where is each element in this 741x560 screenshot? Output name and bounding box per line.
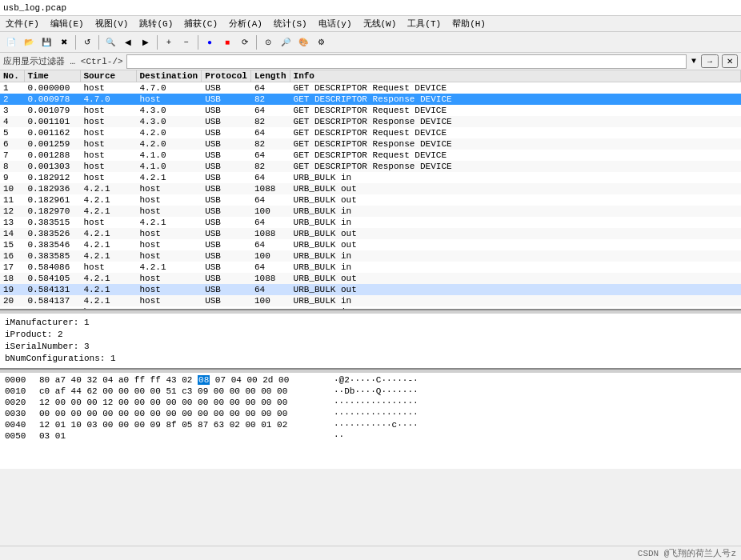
hex-offset: 0030 bbox=[5, 408, 33, 419]
table-row[interactable]: 170.584086host4.2.1USB64URB_BULK in bbox=[0, 262, 741, 273]
hex-ascii: ···········c···· bbox=[334, 419, 419, 430]
filter-label: 应用显示过滤器 … <Ctrl-/> bbox=[3, 55, 123, 67]
status-bar: CSDN @飞翔的荷兰人号z bbox=[0, 546, 741, 560]
table-row[interactable]: 70.001288host4.1.0USB64GET DESCRIPTOR Re… bbox=[0, 150, 741, 161]
col-destination[interactable]: Destination bbox=[136, 70, 202, 82]
hex-ascii: ·@2·····C·····-· bbox=[334, 374, 419, 386]
table-row[interactable]: 90.182912host4.2.1USB64URB_BULK in bbox=[0, 172, 741, 183]
next-btn[interactable]: ▶ bbox=[138, 34, 154, 50]
detail-line: iSerialNumber: 3 bbox=[5, 341, 736, 353]
menu-analyze[interactable]: 分析(A) bbox=[226, 18, 265, 30]
table-row[interactable]: 190.5841314.2.1hostUSB64URB_BULK out bbox=[0, 284, 741, 295]
menu-statistics[interactable]: 统计(S) bbox=[271, 18, 310, 30]
hex-bytes: 03 01 bbox=[39, 430, 327, 442]
sep2 bbox=[98, 35, 99, 50]
table-row[interactable]: 10.000000host4.7.0USB64GET DESCRIPTOR Re… bbox=[0, 82, 741, 94]
table-row[interactable]: 50.001162host4.2.0USB64GET DESCRIPTOR Re… bbox=[0, 127, 741, 138]
hex-row: 000080 a7 40 32 04 a0 ff ff 43 02 08 07 … bbox=[5, 374, 736, 386]
table-row[interactable]: 200.5841374.2.1hostUSB100URB_BULK in bbox=[0, 295, 741, 306]
close-btn[interactable]: ✖ bbox=[56, 34, 72, 50]
hex-ascii: ················ bbox=[334, 408, 419, 419]
search2-btn[interactable]: 🔎 bbox=[278, 34, 294, 50]
sep4 bbox=[198, 35, 198, 50]
detail-line: bNumConfigurations: 1 bbox=[5, 353, 736, 365]
color-btn[interactable]: 🎨 bbox=[295, 34, 311, 50]
hex-offset: 0000 bbox=[5, 374, 33, 386]
col-protocol[interactable]: Protocol bbox=[202, 70, 251, 82]
filter-dropdown-icon[interactable]: ▼ bbox=[690, 57, 698, 66]
hex-offset: 0010 bbox=[5, 386, 33, 397]
hex-row: 002012 00 00 00 12 00 00 00 00 00 00 00 … bbox=[5, 397, 736, 408]
menu-wireless[interactable]: 无线(W) bbox=[361, 18, 399, 30]
table-row[interactable]: 120.1829704.2.1hostUSB100URB_BULK in bbox=[0, 206, 741, 217]
menu-edit[interactable]: 编辑(E) bbox=[48, 18, 86, 30]
prefs-btn[interactable]: ⚙ bbox=[313, 34, 329, 50]
hex-highlighted-byte: 08 bbox=[198, 375, 210, 385]
find-btn[interactable]: 🔍 bbox=[102, 34, 118, 50]
save-btn[interactable]: 💾 bbox=[38, 34, 54, 50]
reload-btn[interactable]: ↺ bbox=[79, 34, 95, 50]
table-row[interactable]: 130.383515host4.2.1USB64URB_BULK in bbox=[0, 217, 741, 228]
col-info[interactable]: Info bbox=[290, 70, 740, 82]
table-row[interactable]: 20.0009784.7.0hostUSB82GET DESCRIPTOR Re… bbox=[0, 94, 741, 105]
menu-telephony[interactable]: 电话(y) bbox=[316, 18, 354, 30]
filter-bar: 应用显示过滤器 … <Ctrl-/> ▼ → ✕ bbox=[0, 53, 741, 70]
sep5 bbox=[256, 35, 257, 50]
table-row[interactable]: 80.001303host4.1.0USB82GET DESCRIPTOR Re… bbox=[0, 161, 741, 172]
filter-apply-btn[interactable]: → bbox=[701, 54, 719, 68]
zoom-reset-btn[interactable]: ⊙ bbox=[260, 34, 276, 50]
menu-capture[interactable]: 捕获(C) bbox=[182, 18, 220, 30]
packet-list[interactable]: No. Time Source Destination Protocol Len… bbox=[0, 70, 741, 310]
table-row[interactable]: 30.001079host4.3.0USB64GET DESCRIPTOR Re… bbox=[0, 105, 741, 116]
col-no[interactable]: No. bbox=[0, 70, 24, 82]
hex-ascii: ·· bbox=[334, 430, 344, 442]
watermark: CSDN @飞翔的荷兰人号z bbox=[638, 547, 736, 559]
table-row[interactable]: 160.3835854.2.1hostUSB100URB_BULK in bbox=[0, 250, 741, 262]
hex-ascii: ················ bbox=[334, 397, 419, 408]
hex-ascii: ··Db····Q······· bbox=[334, 386, 419, 397]
prev-btn[interactable]: ◀ bbox=[120, 34, 136, 50]
packet-table: No. Time Source Destination Protocol Len… bbox=[0, 70, 741, 310]
zoom-in-btn[interactable]: + bbox=[161, 34, 177, 50]
menu-view[interactable]: 视图(V) bbox=[93, 18, 131, 30]
new-btn[interactable]: 📄 bbox=[3, 34, 19, 50]
table-row[interactable]: 180.5841054.2.1hostUSB1088URB_BULK out bbox=[0, 273, 741, 284]
hex-bytes: 00 00 00 00 00 00 00 00 00 00 00 00 00 0… bbox=[39, 408, 327, 419]
toolbar: 📄 📂 💾 ✖ ↺ 🔍 ◀ ▶ + − ● ■ ⟳ ⊙ 🔎 🎨 ⚙ bbox=[0, 32, 741, 53]
hex-panel: 000080 a7 40 32 04 a0 ff ff 43 02 08 07 … bbox=[0, 373, 741, 469]
hex-bytes: 12 00 00 00 12 00 00 00 00 00 00 00 00 0… bbox=[39, 397, 327, 408]
detail-line: iManufacturer: 1 bbox=[5, 317, 736, 329]
zoom-out-btn[interactable]: − bbox=[178, 34, 194, 50]
table-row[interactable]: 110.1829614.2.1hostUSB64URB_BULK out bbox=[0, 194, 741, 206]
capture-stop-btn[interactable]: ■ bbox=[219, 34, 235, 50]
hex-row: 004012 01 10 03 00 00 00 09 8f 05 87 63 … bbox=[5, 419, 736, 430]
menu-go[interactable]: 跳转(G) bbox=[137, 18, 175, 30]
table-row[interactable]: 140.3835264.2.1hostUSB1088URB_BULK out bbox=[0, 228, 741, 239]
title-text: usb_log.pcap bbox=[3, 3, 66, 13]
col-source[interactable]: Source bbox=[80, 70, 136, 82]
table-row[interactable]: 100.1829364.2.1hostUSB1088URB_BULK out bbox=[0, 183, 741, 194]
menu-file[interactable]: 文件(F) bbox=[3, 18, 42, 30]
table-row[interactable]: 60.001259host4.2.0USB82GET DESCRIPTOR Re… bbox=[0, 138, 741, 150]
hex-offset: 0050 bbox=[5, 430, 33, 442]
title-bar: usb_log.pcap bbox=[0, 0, 741, 16]
table-row[interactable]: 150.3835464.2.1hostUSB64URB_BULK out bbox=[0, 239, 741, 250]
col-length[interactable]: Length bbox=[250, 70, 290, 82]
hex-row: 0010c0 af 44 62 00 00 00 00 51 c3 09 00 … bbox=[5, 386, 736, 397]
capture-start-btn[interactable]: ● bbox=[202, 34, 218, 50]
capture-restart-btn[interactable]: ⟳ bbox=[237, 34, 253, 50]
table-row[interactable]: 40.001101host4.3.0USB82GET DESCRIPTOR Re… bbox=[0, 116, 741, 127]
menu-tools[interactable]: 工具(T) bbox=[405, 18, 443, 30]
hex-offset: 0020 bbox=[5, 397, 33, 408]
filter-input[interactable] bbox=[126, 54, 687, 69]
hex-row: 003000 00 00 00 00 00 00 00 00 00 00 00 … bbox=[5, 408, 736, 419]
hex-offset: 0040 bbox=[5, 419, 33, 430]
hex-bytes: 80 a7 40 32 04 a0 ff ff 43 02 08 07 04 0… bbox=[39, 374, 327, 386]
detail-line: iProduct: 2 bbox=[5, 329, 736, 341]
open-btn[interactable]: 📂 bbox=[21, 34, 37, 50]
filter-clear-btn[interactable]: ✕ bbox=[722, 54, 738, 68]
detail-panel: iManufacturer: 1iProduct: 2iSerialNumber… bbox=[0, 314, 741, 370]
sep1 bbox=[75, 35, 76, 50]
col-time[interactable]: Time bbox=[24, 70, 80, 82]
menu-help[interactable]: 帮助(H) bbox=[450, 18, 488, 30]
